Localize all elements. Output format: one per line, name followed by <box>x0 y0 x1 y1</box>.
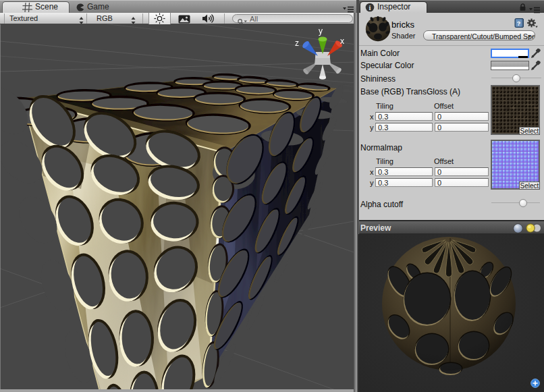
svg-text:x: x <box>340 36 344 46</box>
svg-text:?: ? <box>517 20 521 27</box>
svg-text:z: z <box>295 38 299 48</box>
svg-text:y: y <box>319 26 323 36</box>
svg-text:i: i <box>369 4 371 11</box>
